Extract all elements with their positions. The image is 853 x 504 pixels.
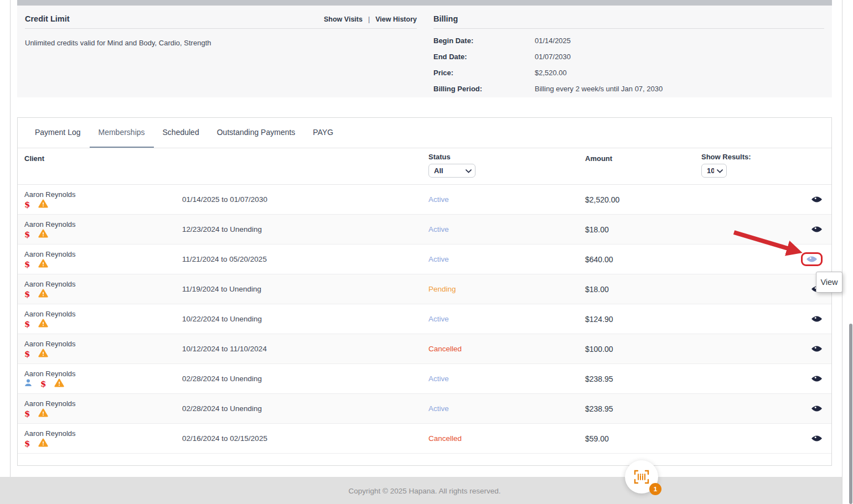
warning-icon [54, 378, 64, 389]
status-value: Pending [428, 285, 585, 293]
warning-icon [38, 289, 48, 300]
table-row: Aaron Reynolds $ 11/19/2024 to Unending … [18, 274, 831, 304]
view-membership-button[interactable] [811, 196, 823, 203]
status-filter-select[interactable]: All [428, 164, 475, 178]
column-header-status: Status [428, 153, 475, 161]
column-header-amount: Amount [585, 154, 612, 163]
show-results-group: Show Results: 10 [701, 153, 751, 178]
client-name: Aaron Reynolds [24, 429, 182, 438]
tab-outstanding-payments[interactable]: Outstanding Payments [208, 118, 304, 148]
billing-field-value: Billing every 2 week/s until Jan 07, 203… [535, 85, 663, 93]
membership-dates: 02/16/2024 to 02/15/2025 [182, 434, 428, 443]
status-value: Active [428, 195, 585, 204]
billing-field-label: Price: [433, 69, 535, 77]
table-row: Aaron Reynolds $ 10/12/2024 to 11/10/202… [18, 334, 831, 364]
client-cell: Aaron Reynolds $ [24, 190, 182, 209]
eye-icon [811, 345, 823, 352]
actions-cell [701, 226, 831, 233]
client-icons: $ [24, 350, 182, 358]
view-membership-button[interactable] [811, 345, 823, 352]
client-cell: Aaron Reynolds $ [24, 250, 182, 269]
table-filter-row: Client Status All Amount Show Results: 1… [18, 148, 831, 185]
client-icons: $ [24, 200, 182, 209]
billing-field: End Date:01/07/2030 [433, 53, 824, 61]
status-value: Cancelled [428, 434, 585, 443]
billing-title: Billing [433, 14, 824, 23]
table-row: Aaron Reynolds $ 02/16/2024 to 02/15/202… [18, 424, 831, 454]
eye-icon [811, 405, 823, 412]
amount-value: $100.00 [585, 345, 701, 354]
membership-dates: 10/22/2024 to Unending [182, 315, 428, 323]
client-icons: $ [24, 380, 182, 388]
tab-payg[interactable]: PAYG [304, 118, 342, 148]
client-icons: $ [24, 260, 182, 269]
warning-icon [38, 199, 48, 210]
client-name: Aaron Reynolds [24, 310, 182, 318]
tab-payment-log[interactable]: Payment Log [26, 118, 90, 148]
view-membership-button[interactable] [801, 252, 823, 266]
tab-memberships[interactable]: Memberships [90, 118, 154, 148]
tab-scheduled[interactable]: Scheduled [154, 118, 208, 148]
billing-field: Begin Date:01/14/2025 [433, 37, 824, 45]
warning-icon [38, 319, 48, 330]
billing-field-label: Billing Period: [433, 85, 535, 93]
view-membership-button[interactable] [811, 375, 823, 382]
amount-value: $59.00 [585, 434, 701, 443]
top-toolbar-edge [17, 0, 832, 6]
client-cell: Aaron Reynolds $ [24, 399, 182, 418]
credit-limit-title: Credit Limit [25, 14, 70, 23]
barcode-scan-icon [633, 469, 650, 485]
credit-limit-description: Unlimited credits valid for Mind and Bod… [25, 39, 417, 47]
widget-notification-badge: 1 [649, 483, 661, 495]
billing-rule [433, 28, 824, 29]
amount-value: $238.95 [585, 404, 701, 413]
actions-cell [701, 285, 831, 293]
amount-value: $238.95 [585, 375, 701, 383]
client-cell: Aaron Reynolds $ [24, 340, 182, 358]
client-cell: Aaron Reynolds $ [24, 429, 182, 448]
unpaid-dollar-icon: $ [24, 320, 30, 328]
status-value: Active [428, 404, 585, 413]
actions-cell [701, 252, 831, 266]
memberships-card: Payment LogMembershipsScheduledOutstandi… [17, 117, 832, 466]
left-panel-divider [10, 0, 11, 477]
credit-limit-section: Credit Limit Show Visits | View History … [17, 6, 433, 97]
client-cell: Aaron Reynolds $ [24, 310, 182, 329]
view-tooltip: View [816, 272, 842, 293]
client-name: Aaron Reynolds [24, 250, 182, 258]
billing-section: Billing Begin Date:01/14/2025End Date:01… [433, 6, 832, 97]
status-filter-group: Status All [428, 153, 475, 178]
actions-cell [701, 315, 831, 323]
eye-icon [811, 375, 823, 382]
client-icons: $ [24, 320, 182, 329]
view-membership-button[interactable] [811, 315, 823, 323]
table-row: Aaron Reynolds $ 02/28/2024 to Unending … [18, 394, 831, 424]
eye-icon [811, 196, 823, 203]
view-membership-button[interactable] [811, 226, 823, 233]
amount-value: $640.00 [585, 255, 701, 264]
table-row: Aaron Reynolds $ 01/14/2025 to 01/07/203… [18, 185, 831, 215]
table-row: Aaron Reynolds $ 12/23/2024 to Unending … [18, 215, 831, 245]
client-name: Aaron Reynolds [24, 280, 182, 288]
warning-icon [38, 259, 48, 270]
eye-icon [811, 435, 823, 442]
amount-value: $124.90 [585, 315, 701, 324]
table-row: Aaron Reynolds $ 02/28/2024 to Unending … [18, 364, 831, 394]
billing-field-value: 01/07/2030 [535, 53, 571, 61]
show-results-select[interactable]: 10 [701, 164, 727, 178]
view-membership-button[interactable] [811, 405, 823, 412]
warning-icon [38, 438, 48, 449]
scrollbar-thumb[interactable] [849, 324, 852, 504]
unpaid-dollar-icon: $ [24, 261, 30, 268]
view-history-link[interactable]: View History [375, 15, 417, 23]
client-cell: Aaron Reynolds $ [24, 370, 182, 388]
billing-field-value: $2,520.00 [535, 69, 567, 77]
view-membership-button[interactable] [811, 435, 823, 442]
client-icons: $ [24, 290, 182, 299]
scanner-widget-button[interactable]: 1 [625, 460, 658, 493]
client-cell: Aaron Reynolds $ [24, 220, 182, 239]
show-visits-link[interactable]: Show Visits [324, 15, 363, 23]
amount-value: $2,520.00 [585, 195, 701, 204]
membership-dates: 12/23/2024 to Unending [182, 225, 428, 233]
status-value: Cancelled [428, 345, 585, 353]
